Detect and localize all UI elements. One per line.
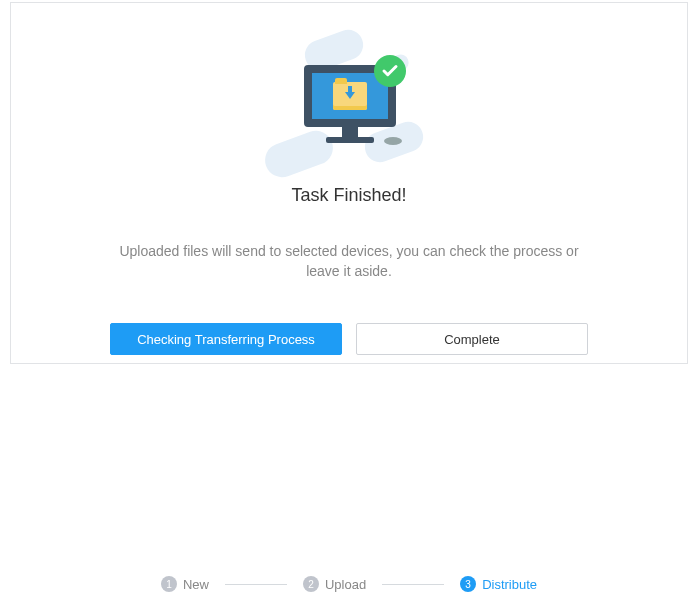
mouse-icon (384, 137, 402, 145)
dialog-buttons: Checking Transferring Process Complete (110, 323, 588, 355)
monitor-base (326, 137, 374, 143)
dialog-title: Task Finished! (291, 185, 406, 206)
folder-download-icon (333, 82, 367, 110)
wizard-stepper: 1 New 2 Upload 3 Distribute (0, 576, 698, 592)
step-distribute: 3 Distribute (460, 576, 537, 592)
complete-button[interactable]: Complete (356, 323, 588, 355)
monitor-stand (342, 127, 358, 137)
success-check-icon (374, 55, 406, 87)
task-finished-illustration (264, 27, 434, 167)
checking-process-button[interactable]: Checking Transferring Process (110, 323, 342, 355)
step-label: Distribute (482, 577, 537, 592)
decorative-blob (260, 126, 337, 182)
step-label: Upload (325, 577, 366, 592)
step-label: New (183, 577, 209, 592)
dialog-subtitle: Uploaded files will send to selected dev… (109, 242, 589, 281)
step-number-badge: 3 (460, 576, 476, 592)
step-connector (225, 584, 287, 585)
step-number-badge: 1 (161, 576, 177, 592)
step-number-badge: 2 (303, 576, 319, 592)
step-upload: 2 Upload (303, 576, 366, 592)
step-new: 1 New (161, 576, 209, 592)
task-finished-panel: Task Finished! Uploaded files will send … (10, 2, 688, 364)
step-connector (382, 584, 444, 585)
